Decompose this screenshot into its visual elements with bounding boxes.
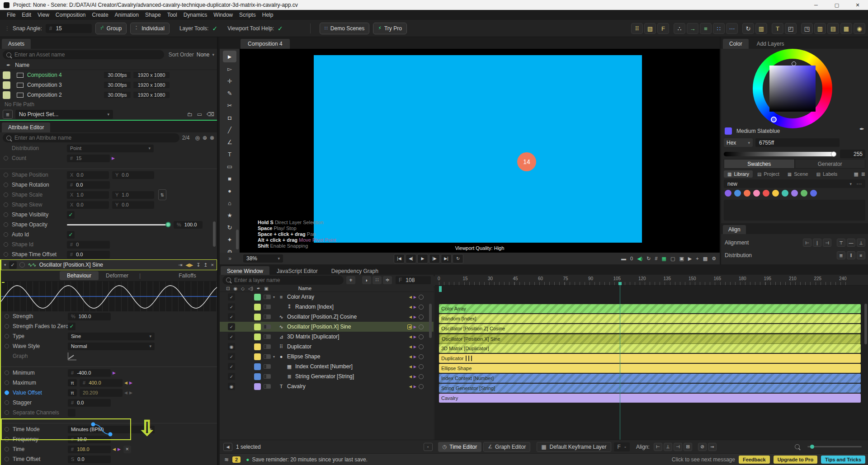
canvas-number-badge[interactable]: 14 [517,152,536,171]
rectangle-tool[interactable]: ■ [223,173,236,184]
render-slate-icon[interactable]: ▬ [621,256,626,261]
keyframe-circle-icon[interactable] [419,305,424,310]
ellipse-tool[interactable]: ● [223,185,236,197]
prev-keyframe-icon[interactable]: ◀ [409,295,412,299]
prev-keyframe-icon[interactable]: ◀ [113,447,116,451]
try-pro-button[interactable]: ⚡Try Pro [373,23,407,34]
viewport-settings-icon[interactable]: ⚙ [712,256,716,262]
prev-keyframe-icon[interactable]: ◀ [409,345,412,349]
align-top-left-icon[interactable]: ◰ [785,23,797,34]
measure-tool[interactable]: ∠ [223,136,236,148]
keyframe-circle-icon[interactable] [419,364,424,369]
current-frame-field[interactable]: F 108 [396,276,431,284]
distribute-spacing-icon[interactable]: ≡ [857,251,865,259]
next-keyframe-icon[interactable]: ▶ [129,390,132,395]
clear-icon[interactable]: ⊗ [210,135,214,141]
timeline-bar[interactable]: Cavalry [439,394,861,403]
rows-icon[interactable]: ▤ [827,23,839,34]
saturation-value-box[interactable] [769,66,816,112]
tab-viewport-composition[interactable]: Composition 4 [241,39,290,49]
keyframe-bullet-icon[interactable] [5,380,9,385]
align-top-right-icon[interactable]: ◳ [801,23,813,34]
add-guide-icon[interactable]: + [696,256,698,261]
layer-color-swatch[interactable] [254,343,261,350]
keyframe-bullet-icon[interactable] [4,202,8,207]
color-swatch[interactable] [782,190,788,197]
maximize-button[interactable]: ▢ [826,0,847,10]
prev-keyframe-icon[interactable]: ◀ [409,315,412,319]
scatter-icon[interactable]: ∴ [674,23,685,34]
more-options-icon[interactable]: ⋯ [856,181,862,187]
frame-icon[interactable]: ▭ [197,111,202,117]
color-swatch[interactable] [753,190,760,197]
prev-keyframe-icon[interactable]: ◀ [409,305,412,309]
knife-tool[interactable]: ╱ [223,124,236,136]
menu-item-create[interactable]: Create [89,12,112,18]
prev-keyframe-icon[interactable]: ◀ [409,365,412,369]
prev-keyframe-icon[interactable]: ◀ [409,335,412,339]
layer-list-scrollbar[interactable] [429,304,432,338]
console-icon[interactable]: ≋ [224,456,229,463]
tab-deformer[interactable]: Deformer [99,271,136,280]
align-keys-right-icon[interactable]: ⊣ [674,443,682,451]
next-keyframe-icon[interactable]: ▶ [414,305,416,309]
next-keyframe-icon[interactable]: ▶ [414,295,416,299]
keyframe-circle-icon[interactable] [419,334,424,339]
list-view-icon[interactable]: ≣ [861,171,865,177]
selection-icon[interactable]: ◀ [223,443,232,451]
dots-cross-icon[interactable]: ∷ [713,23,725,34]
sparkle-tool[interactable]: ✦ [223,234,236,245]
tab-align[interactable]: Align [723,225,746,234]
timeline-scrollbar[interactable] [864,304,867,344]
timeline-zoom-slider[interactable] [807,446,862,447]
feedback-button[interactable]: Feedback [739,456,770,464]
grid-icon[interactable]: ▦ [840,23,852,34]
text-tool[interactable]: T [223,148,236,160]
tab-color[interactable]: Color [723,39,749,49]
distribute-h-icon[interactable]: ≣ [837,251,845,259]
tab-attribute-editor[interactable]: Attribute Editor [2,122,50,132]
lib-tab-scene[interactable]: ▦Scene [784,170,812,178]
layer-enabled-checkbox[interactable]: ✓ [228,353,235,360]
timeline-bar[interactable]: String Generator [String] [439,384,861,393]
layer-enabled-checkbox[interactable]: ✓ [228,333,235,340]
tips-tricks-button[interactable]: Tips and Tricks [821,456,865,464]
hash-grid-icon[interactable]: # [655,256,657,261]
move-tool[interactable]: ✛ [223,75,236,87]
timeline-bar[interactable]: Random [Index] [439,314,861,323]
attribute-x-field[interactable]: X0.0 [67,201,109,209]
group-button[interactable]: ⠞Group [95,23,127,34]
tool-t-icon[interactable]: T [772,23,783,34]
layer-row[interactable]: ✓⁑Random [Index]◀▶ [220,302,434,312]
eyedropper-icon[interactable]: ✒ [859,126,864,132]
layer-enabled-checkbox[interactable]: ✓ [228,313,235,320]
remove-connection-button[interactable]: × [123,446,131,453]
layer-color-swatch[interactable] [254,294,261,301]
folder-icon[interactable]: 🗀 [187,111,193,117]
layer-color-swatch[interactable] [254,304,261,310]
layer-color-swatch[interactable] [254,314,261,320]
attribute-value-field[interactable]: #-400.0 [68,369,111,377]
attribute-value-field[interactable]: #0.0 [67,251,110,258]
frame-tool[interactable]: ▭ [223,160,236,172]
layer-row[interactable]: ✓⊿3D Matrix [Duplicator]◀▶ [220,332,434,342]
close-icon[interactable]: × [211,262,214,268]
keyframe-f-field[interactable]: F- [614,442,630,451]
align-middle-icon[interactable]: — [847,239,855,247]
slider-value-field[interactable]: %100.0 [174,221,203,229]
next-keyframe-icon[interactable]: ▶ [129,380,132,385]
asset-row[interactable]: Composition 230.00fps1920 x 1080 [0,90,217,100]
keyframe-bullet-icon[interactable] [5,447,9,451]
play-button[interactable]: ▶ [417,254,428,263]
layer-enabled-checkbox[interactable]: ✓ [228,323,235,330]
asset-color-swatch[interactable] [3,91,10,99]
collapse-chevron-icon[interactable]: ▾ [4,263,6,267]
hue-selector[interactable] [771,117,777,122]
timeline-ruler[interactable]: 0153045607590105120135150165180195210225… [435,275,868,286]
attribute-dropdown[interactable]: Sine▾ [68,333,155,340]
enabled-toggle[interactable]: ✓ [9,261,17,269]
attribute-x-field[interactable]: X1.0 [67,191,109,199]
audio-icon[interactable]: ◀) [637,256,642,262]
menu-item-window[interactable]: Window [210,12,236,18]
keyframe-circle-icon[interactable] [419,315,424,319]
